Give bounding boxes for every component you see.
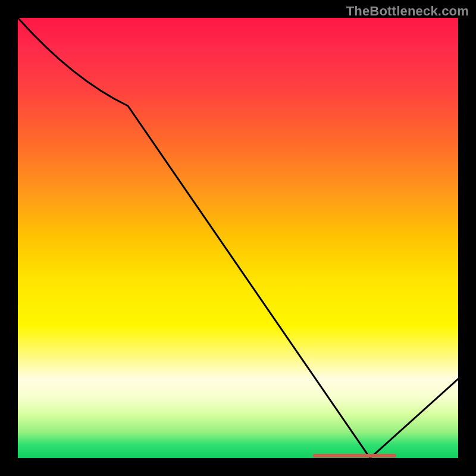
bottleneck-curve xyxy=(18,18,458,458)
min-marker-band xyxy=(18,18,458,458)
min-marker xyxy=(313,454,397,458)
watermark-label: TheBottleneck.com xyxy=(346,4,469,19)
curve-layer xyxy=(18,18,458,458)
plot-area xyxy=(18,18,458,458)
chart-frame: TheBottleneck.com xyxy=(0,0,476,476)
